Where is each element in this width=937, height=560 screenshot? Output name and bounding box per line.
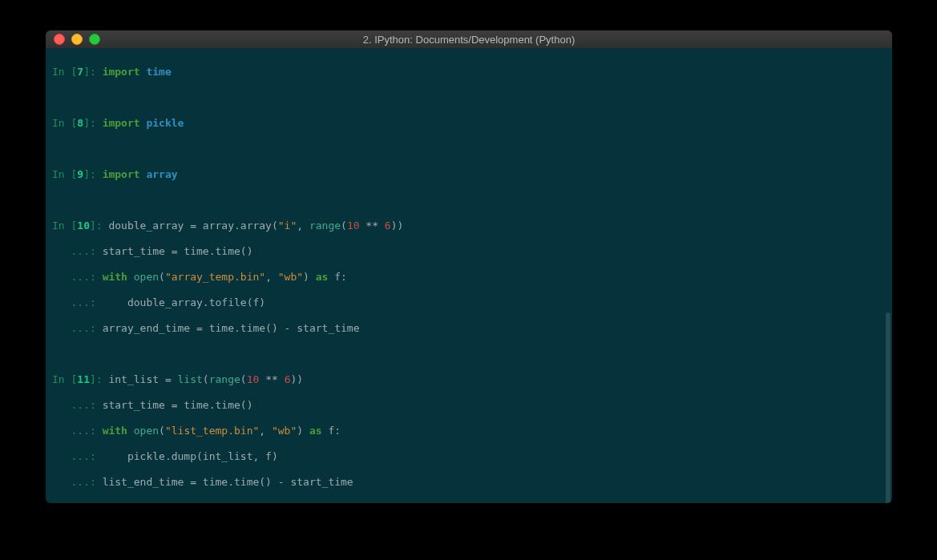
window-controls bbox=[46, 34, 100, 45]
in-10-l3: ...: with open("array_temp.bin", "wb") a… bbox=[52, 271, 886, 284]
in-9: In [9]: import array bbox=[52, 168, 886, 181]
in-11-l3: ...: with open("list_temp.bin", "wb") as… bbox=[52, 425, 886, 437]
in-11-l4: ...: pickle.dump(int_list, f) bbox=[52, 450, 886, 463]
in-10-l4: ...: double_array.tofile(f) bbox=[52, 296, 886, 309]
in-10-l2: ...: start_time = time.time() bbox=[52, 245, 886, 258]
in-11-l1: In [11]: int_list = list(range(10 ** 6)) bbox=[52, 373, 886, 386]
in-11-l5: ...: list_end_time = time.time() - start… bbox=[52, 476, 886, 489]
window-title: 2. IPython: Documents/Development (Pytho… bbox=[46, 34, 892, 46]
titlebar: 2. IPython: Documents/Development (Pytho… bbox=[46, 30, 892, 48]
in-11-l2: ...: start_time = time.time() bbox=[52, 399, 886, 412]
close-icon[interactable] bbox=[54, 34, 65, 45]
in-8: In [8]: import pickle bbox=[52, 117, 886, 130]
in-7: In [7]: import time bbox=[52, 66, 886, 79]
terminal-window: 2. IPython: Documents/Development (Pytho… bbox=[46, 30, 892, 503]
in-10-l1: In [10]: double_array = array.array("i",… bbox=[52, 220, 886, 232]
minimize-icon[interactable] bbox=[71, 34, 83, 45]
in-10-l5: ...: array_end_time = time.time() - star… bbox=[52, 322, 886, 335]
terminal-body[interactable]: In [7]: import time In [8]: import pickl… bbox=[46, 48, 892, 503]
scrollbar[interactable] bbox=[886, 312, 891, 503]
zoom-icon[interactable] bbox=[89, 34, 100, 45]
